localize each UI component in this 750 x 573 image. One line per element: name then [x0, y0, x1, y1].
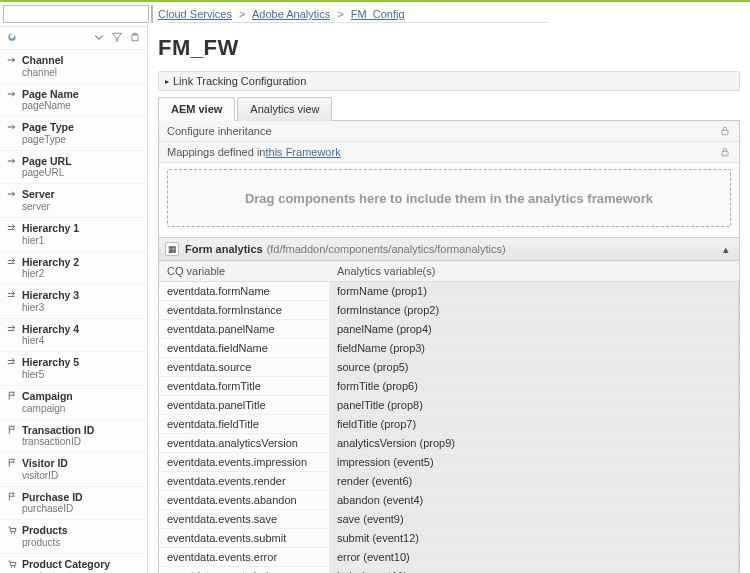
analytics-variable-cell[interactable]: impression (event5): [329, 453, 739, 471]
sidebar-item-hier2[interactable]: Hierarchy 2hier2: [0, 252, 147, 286]
arrow-icon: [4, 54, 22, 65]
sidebar-item-campaign[interactable]: Campaigncampaign: [0, 386, 147, 420]
sidebar-item-transactionID[interactable]: Transaction IDtransactionID: [0, 420, 147, 454]
tab-panel: Configure inheritance Mappings defined i…: [158, 120, 740, 573]
sidebar-item-label: Transaction ID: [22, 424, 94, 437]
sidebar-item-name: hier4: [22, 335, 79, 347]
cart-icon: [4, 558, 22, 569]
table-row[interactable]: eventdata.events.submitsubmit (event12): [159, 529, 739, 548]
cq-variable-cell: eventdata.events.error: [159, 548, 329, 566]
flag-icon: [4, 491, 22, 502]
sidebar-item-hier5[interactable]: Hierarchy 5hier5: [0, 352, 147, 386]
sidebar-item-label: Channel: [22, 54, 63, 67]
sidebar-item-label: Hierarchy 1: [22, 222, 79, 235]
analytics-variable-cell[interactable]: fieldName (prop3): [329, 339, 739, 357]
sidebar-item-server[interactable]: Serverserver: [0, 184, 147, 218]
arrowd-icon: [4, 323, 22, 334]
lock-icon[interactable]: [719, 125, 731, 137]
table-row[interactable]: eventdata.panelNamepanelName (prop4): [159, 320, 739, 339]
tab-analytics-view[interactable]: Analytics view: [237, 97, 332, 121]
table-row[interactable]: eventdata.events.errorerror (event10): [159, 548, 739, 567]
table-row[interactable]: eventdata.events.impressionimpression (e…: [159, 453, 739, 472]
svg-point-5: [14, 566, 16, 568]
crumb-cloud-services[interactable]: Cloud Services: [158, 8, 232, 20]
table-row[interactable]: eventdata.fieldNamefieldName (prop3): [159, 339, 739, 358]
sidebar-item-channel[interactable]: Channelchannel: [0, 50, 147, 84]
analytics-variable-cell[interactable]: save (event9): [329, 510, 739, 528]
analytics-variable-cell[interactable]: formTitle (prop6): [329, 377, 739, 395]
table-row[interactable]: eventdata.events.helphelp (event11): [159, 567, 739, 574]
chevron-right-icon: >: [239, 8, 245, 20]
mappings-defined-pre: Mappings defined in: [167, 146, 265, 158]
filter-icon[interactable]: [111, 31, 123, 45]
sidebar-item-pageName[interactable]: Page NamepageName: [0, 84, 147, 118]
table-row[interactable]: eventdata.events.savesave (event9): [159, 510, 739, 529]
sidebar-item-label: Product Category: [22, 558, 110, 571]
sidebar-item-label: Page Name: [22, 88, 79, 101]
mapping-table-scroll[interactable]: CQ variable Analytics variable(s) eventd…: [159, 261, 739, 573]
crumb-fm-config[interactable]: FM_Config: [351, 8, 405, 20]
analytics-variable-cell[interactable]: analyticsVersion (prop9): [329, 434, 739, 452]
tab-aem-view[interactable]: AEM view: [158, 97, 235, 121]
sidebar-item-name: products: [22, 537, 68, 549]
analytics-variable-cell[interactable]: help (event11): [329, 567, 739, 573]
delete-icon[interactable]: [129, 31, 141, 45]
sidebar-item-name: hier5: [22, 369, 79, 381]
collapse-icon[interactable]: ▴: [719, 243, 733, 256]
arrow-icon: [4, 188, 22, 199]
table-row[interactable]: eventdata.formTitleformTitle (prop6): [159, 377, 739, 396]
analytics-variable-cell[interactable]: formInstance (prop2): [329, 301, 739, 319]
sidebar-item-pageType[interactable]: Page TypepageType: [0, 117, 147, 151]
sidebar-item-hier3[interactable]: Hierarchy 3hier3: [0, 285, 147, 319]
cq-variable-cell: eventdata.events.impression: [159, 453, 329, 471]
search-input[interactable]: [3, 5, 149, 23]
sidebar-item-label: Server: [22, 188, 55, 201]
sidebar-item-hier4[interactable]: Hierarchy 4hier4: [0, 319, 147, 353]
refresh-icon[interactable]: [6, 31, 18, 45]
sidebar-item-name: pageURL: [22, 167, 72, 179]
analytics-variable-cell[interactable]: panelTitle (prop8): [329, 396, 739, 414]
expand-icon[interactable]: [93, 31, 105, 45]
table-row[interactable]: eventdata.formNameformName (prop1): [159, 282, 739, 301]
sidebar-item-product-category[interactable]: Product Categoryproduct.category: [0, 554, 147, 573]
lock-icon[interactable]: [719, 146, 731, 158]
sidebar-item-name: hier1: [22, 235, 79, 247]
form-analytics-header[interactable]: ▦ Form analytics (fd/fmaddon/components/…: [159, 237, 739, 261]
variable-list[interactable]: ChannelchannelPage NamepageNamePage Type…: [0, 50, 147, 573]
sidebar-item-hier1[interactable]: Hierarchy 1hier1: [0, 218, 147, 252]
table-row[interactable]: eventdata.events.abandonabandon (event4): [159, 491, 739, 510]
configure-inheritance-row[interactable]: Configure inheritance: [159, 121, 739, 142]
analytics-variable-cell[interactable]: abandon (event4): [329, 491, 739, 509]
analytics-variable-cell[interactable]: render (event6): [329, 472, 739, 490]
analytics-variable-cell[interactable]: formName (prop1): [329, 282, 739, 300]
sidebar-item-label: Products: [22, 524, 68, 537]
col-analytics-variable[interactable]: Analytics variable(s): [329, 261, 739, 282]
mappings-defined-link[interactable]: this Framework: [265, 146, 340, 158]
table-row[interactable]: eventdata.events.renderrender (event6): [159, 472, 739, 491]
sidebar-item-label: Visitor ID: [22, 457, 68, 470]
sidebar-item-name: channel: [22, 67, 63, 79]
crumb-adobe-analytics[interactable]: Adobe Analytics: [252, 8, 330, 20]
col-cq-variable[interactable]: CQ variable: [159, 261, 329, 282]
table-row[interactable]: eventdata.panelTitlepanelTitle (prop8): [159, 396, 739, 415]
cq-variable-cell: eventdata.analyticsVersion: [159, 434, 329, 452]
sidebar-item-pageURL[interactable]: Page URLpageURL: [0, 151, 147, 185]
sidebar-item-name: hier2: [22, 268, 79, 280]
analytics-variable-cell[interactable]: fieldTitle (prop7): [329, 415, 739, 433]
sidebar-item-name: pageType: [22, 134, 74, 146]
sidebar-item-label: Hierarchy 3: [22, 289, 79, 302]
analytics-variable-cell[interactable]: source (prop5): [329, 358, 739, 376]
component-dropzone[interactable]: Drag components here to include them in …: [167, 169, 731, 227]
analytics-variable-cell[interactable]: panelName (prop4): [329, 320, 739, 338]
sidebar-item-visitorID[interactable]: Visitor IDvisitorID: [0, 453, 147, 487]
analytics-variable-cell[interactable]: error (event10): [329, 548, 739, 566]
table-row[interactable]: eventdata.fieldTitlefieldTitle (prop7): [159, 415, 739, 434]
analytics-variable-cell[interactable]: submit (event12): [329, 529, 739, 547]
cq-variable-cell: eventdata.events.help: [159, 567, 329, 573]
sidebar-item-products[interactable]: Productsproducts: [0, 520, 147, 554]
table-row[interactable]: eventdata.sourcesource (prop5): [159, 358, 739, 377]
sidebar-item-purchaseID[interactable]: Purchase IDpurchaseID: [0, 487, 147, 521]
link-tracking-toggle[interactable]: ▸ Link Tracking Configuration: [158, 71, 740, 91]
table-row[interactable]: eventdata.formInstanceformInstance (prop…: [159, 301, 739, 320]
table-row[interactable]: eventdata.analyticsVersionanalyticsVersi…: [159, 434, 739, 453]
